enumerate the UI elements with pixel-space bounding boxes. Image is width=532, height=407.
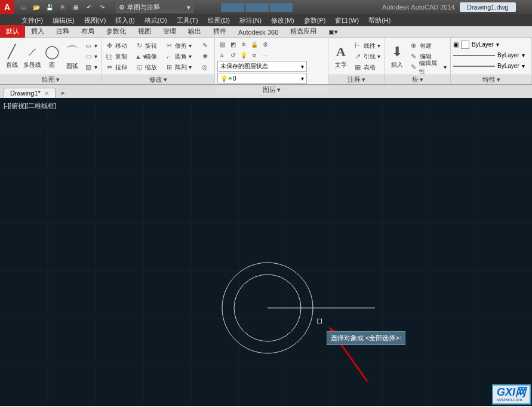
tab-default[interactable]: 默认 <box>0 25 25 38</box>
panel-props-title[interactable]: 特性 ▾ <box>451 75 531 84</box>
menu-insert[interactable]: 插入(I) <box>110 16 139 25</box>
layer-selector[interactable]: 💡 ☀ 0 ▾ <box>217 73 307 84</box>
panel-annotate-title[interactable]: 注释 ▾ <box>328 75 385 84</box>
redo-icon[interactable]: ↷ <box>97 2 107 13</box>
match-icon: ▣ <box>453 41 459 48</box>
preview-tab[interactable] <box>245 3 269 12</box>
tab-plugins[interactable]: 插件 <box>207 25 232 38</box>
create-block-button[interactable]: ⊕创建 <box>408 41 448 51</box>
tab-manage[interactable]: 管理 <box>157 25 182 38</box>
insert-block-button[interactable]: ⬇插入 <box>388 40 407 73</box>
plot-icon[interactable]: 🖶 <box>70 2 81 13</box>
menu-tools[interactable]: 工具(T) <box>172 16 203 25</box>
copy-button[interactable]: ⿻复制 <box>104 51 133 61</box>
edit-attr-button[interactable]: ✎编辑属性 ▾ <box>408 62 448 72</box>
draw-extra-3[interactable]: ▨▾ <box>83 62 99 72</box>
draw-extra-1[interactable]: ▭▾ <box>83 41 99 51</box>
mirror-button[interactable]: ▲▼镜像 <box>134 51 162 61</box>
scale-button[interactable]: ◱缩放 <box>134 62 162 72</box>
explode-button[interactable]: ✱ <box>199 51 210 61</box>
open-icon[interactable]: 📂 <box>31 2 42 13</box>
layer-state-selector[interactable]: 未保存的图层状态▾ <box>217 61 307 72</box>
preview-tab[interactable] <box>270 3 293 12</box>
line-button[interactable]: ╱直线 <box>2 40 21 73</box>
tab-annotate[interactable]: 注释 <box>50 25 75 38</box>
linetype-selector[interactable]: ByLayer▾ <box>453 61 525 71</box>
layer-icon-row: ▤ ◩ ❄ 🔒 ⚙ ≡ ↺ 💡 ⭘ ⋯ <box>217 39 270 60</box>
layer-on-icon[interactable]: 💡 <box>239 50 248 60</box>
panel-block-title[interactable]: 块 ▾ <box>385 75 450 84</box>
leader-button[interactable]: ↗引线 ▾ <box>352 51 382 61</box>
trim-icon: ✂ <box>165 42 173 50</box>
new-icon[interactable]: ▭ <box>18 2 29 13</box>
menu-window[interactable]: 窗口(W) <box>330 16 364 25</box>
layer-match-icon[interactable]: ≡ <box>217 50 227 60</box>
layer-more-icon[interactable]: ⋯ <box>260 50 270 60</box>
color-selector[interactable]: ▣ByLayer▾ <box>453 39 499 50</box>
erase-button[interactable]: ✎ <box>199 41 210 51</box>
tab-view[interactable]: 视图 <box>132 25 157 38</box>
menu-view[interactable]: 视图(V) <box>79 16 111 25</box>
chevron-down-icon: ▾ <box>301 75 304 82</box>
rotate-button[interactable]: ↻旋转 <box>134 41 162 51</box>
menu-modify[interactable]: 修改(M) <box>266 16 299 25</box>
layer-prop-icon[interactable]: ▤ <box>217 39 227 49</box>
text-button[interactable]: A文字 <box>331 40 351 73</box>
menu-draw[interactable]: 绘图(D) <box>203 16 235 25</box>
tab-extra[interactable]: ▣▾ <box>322 26 344 38</box>
app-logo[interactable]: A <box>0 0 14 14</box>
trim-button[interactable]: ✂修剪 ▾ <box>164 41 198 51</box>
tab-a360[interactable]: Autodesk 360 <box>232 27 284 38</box>
fillet-button[interactable]: ⌐圆角 ▾ <box>164 51 198 61</box>
gear-icon: ⚙ <box>119 4 125 11</box>
linear-dim-button[interactable]: ⊢线性 ▾ <box>352 41 382 51</box>
create-block-icon: ⊕ <box>410 42 418 50</box>
offset-button[interactable]: ◎ <box>199 62 210 72</box>
menu-dimension[interactable]: 标注(N) <box>235 16 266 25</box>
panel-layer-title[interactable]: 图层 ▾ <box>215 85 328 94</box>
draw-extra-2[interactable]: ⬭▾ <box>83 51 99 61</box>
panel-modify-title[interactable]: 修改 ▾ <box>102 75 214 84</box>
mirror-icon: ▲▼ <box>135 53 143 60</box>
tab-output[interactable]: 输出 <box>182 25 207 38</box>
layer-freeze-icon[interactable]: ❄ <box>239 39 248 49</box>
preview-tab[interactable] <box>221 3 244 12</box>
drawing-canvas[interactable]: [-][俯视][二维线框] 选择对象或 <全部选择>: GXI网 system.… <box>0 98 532 406</box>
saveas-icon[interactable]: ⎘ <box>57 2 68 13</box>
move-button[interactable]: ✥移动 <box>104 41 133 51</box>
file-tab-active[interactable]: Drawing1* ✕ <box>4 88 56 98</box>
tab-featured[interactable]: 精选应用 <box>284 25 322 38</box>
layer-iso-icon[interactable]: ◩ <box>228 39 238 49</box>
undo-icon[interactable]: ↶ <box>84 2 94 13</box>
circle-button[interactable]: ◯圆 <box>43 40 62 73</box>
layer-prev-icon[interactable]: ↺ <box>228 50 238 60</box>
close-tab-icon[interactable]: ✕ <box>44 90 49 97</box>
erase-icon: ✎ <box>201 42 209 50</box>
menu-file[interactable]: 文件(F) <box>17 16 48 25</box>
add-tab-button[interactable]: ▸ <box>58 88 69 98</box>
tab-parametric[interactable]: 参数化 <box>100 25 132 38</box>
pick-cursor <box>317 319 322 323</box>
panel-draw-title[interactable]: 绘图 ▾ <box>0 75 101 84</box>
stretch-button[interactable]: ⇔拉伸 <box>104 62 133 72</box>
layer-lock-icon[interactable]: 🔒 <box>250 39 259 49</box>
save-icon[interactable]: 💾 <box>44 2 55 13</box>
panel-block: ⬇插入 ⊕创建 ✎编辑 ✎编辑属性 ▾ 块 ▾ <box>385 38 451 84</box>
view-label[interactable]: [-][俯视][二维线框] <box>4 101 56 110</box>
array-button[interactable]: ⊞阵列 ▾ <box>164 62 198 72</box>
hatch-icon: ▨ <box>84 63 93 71</box>
layer-off-icon[interactable]: ⭘ <box>250 50 259 60</box>
layer-tool-icon[interactable]: ⚙ <box>260 39 270 49</box>
arc-button[interactable]: ⌒圆弧 <box>63 40 82 73</box>
menu-help[interactable]: 帮助(H) <box>364 16 395 25</box>
menu-format[interactable]: 格式(O) <box>140 16 172 25</box>
table-button[interactable]: ▦表格 <box>352 62 382 72</box>
lineweight-selector[interactable]: ByLayer▾ <box>453 50 525 60</box>
polyline-button[interactable]: ⟋多段线 <box>23 40 42 73</box>
chevron-down-icon: ▾ <box>301 63 304 70</box>
menu-param[interactable]: 参数(P) <box>299 16 331 25</box>
menu-edit[interactable]: 编辑(E) <box>48 16 79 25</box>
tab-layout[interactable]: 布局 <box>75 25 100 38</box>
tab-insert[interactable]: 插入 <box>25 25 50 38</box>
workspace-selector[interactable]: ⚙ 草图与注释 ▾ <box>116 2 193 13</box>
